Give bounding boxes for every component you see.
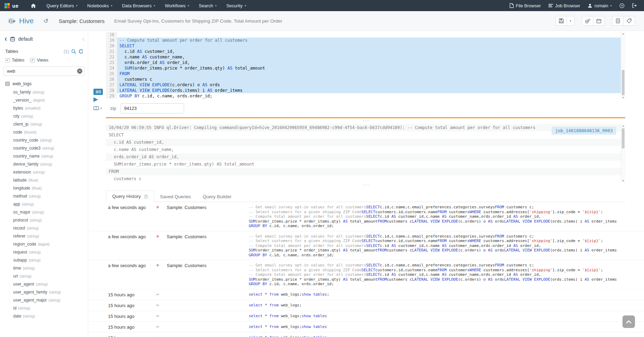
tab-query-history[interactable]: Query History: [106, 191, 154, 202]
checkbox-checked-icon: ✓: [5, 58, 10, 63]
history-row[interactable]: a few seconds ago✈Sample: Customers-- Ge…: [88, 260, 644, 289]
nav-query-editors[interactable]: Query Editors▾: [42, 0, 83, 11]
history-row[interactable]: 15 hours ago✂select * from web_logs;show…: [88, 322, 644, 332]
history-row[interactable]: 15 hours ago✂select * from web_logs;show…: [88, 311, 644, 322]
nav-file-browser[interactable]: File Browser: [506, 0, 545, 11]
back-icon[interactable]: ‹: [5, 35, 7, 42]
nav-job-browser[interactable]: Job Browser: [545, 0, 584, 11]
scroll-down-icon[interactable]: ▼: [621, 96, 625, 99]
history-row[interactable]: 15 hours ago✂select * from web_logs;show…: [88, 332, 644, 337]
column-item[interactable]: referer(string): [0, 232, 88, 240]
history-query-sql: -- Get email survey opt-in values for al…: [249, 205, 637, 228]
column-item[interactable]: request(string): [0, 248, 88, 256]
resize-handle[interactable]: ···: [88, 183, 644, 187]
collapse-panel-icon[interactable]: ‹: [82, 36, 84, 42]
column-item[interactable]: method(string): [0, 192, 88, 200]
code-editor[interactable]: 1819-- Compute total amount per order fo…: [106, 32, 625, 99]
new-document-button[interactable]: [612, 16, 624, 26]
history-row[interactable]: 15 hours ago✂select * from web_logs;show…: [88, 289, 644, 300]
column-type: (string): [23, 266, 35, 271]
nav-search[interactable]: Search▾: [194, 0, 221, 11]
column-item[interactable]: _version_(bigint): [0, 96, 88, 104]
clear-search-icon[interactable]: ×: [77, 69, 82, 74]
column-item[interactable]: id(string): [0, 304, 88, 312]
execute-button[interactable]: ▶: [93, 96, 98, 102]
hue-logo[interactable]: ue: [0, 0, 25, 11]
column-item[interactable]: code(tinyint): [0, 128, 88, 136]
column-item[interactable]: city(string): [0, 112, 88, 120]
database-name[interactable]: default: [18, 36, 33, 42]
scrollbar-thumb[interactable]: [622, 70, 625, 96]
sql-line: -- Compute total amount per order for al…: [249, 243, 637, 248]
scroll-up-icon[interactable]: ▲: [621, 32, 625, 35]
history-row[interactable]: a few seconds ago✈Sample: Customers-- Ge…: [88, 231, 644, 260]
tables-header: Tables (1): [0, 43, 88, 54]
nav-user-menu[interactable]: romain ▾: [584, 0, 616, 11]
chevron-down-icon: ▾: [610, 4, 612, 7]
variables-toggle[interactable]: ▾: [93, 106, 105, 111]
refresh-icon[interactable]: [79, 49, 83, 54]
table-name: web_logs: [13, 81, 32, 86]
settings-button[interactable]: [582, 16, 593, 26]
column-item[interactable]: extension(string): [0, 168, 88, 176]
tab-saved-queries[interactable]: Saved Queries: [154, 191, 197, 202]
scroll-to-top-button[interactable]: [622, 315, 635, 328]
line-number: 21: [106, 49, 117, 54]
column-item[interactable]: device_family(string): [0, 160, 88, 168]
trash-icon[interactable]: [144, 194, 148, 199]
column-item[interactable]: longitude(float): [0, 184, 88, 192]
column-item[interactable]: region_code(bigint): [0, 240, 88, 248]
query-history-icon[interactable]: ↺: [43, 17, 48, 25]
save-options-button[interactable]: ▾: [567, 16, 575, 26]
search-icon[interactable]: [71, 49, 76, 54]
tag-icon: [627, 18, 631, 23]
column-item[interactable]: client_ip(string): [0, 120, 88, 128]
tab-query-builder[interactable]: Query Builder: [197, 191, 238, 202]
nav-home[interactable]: [25, 0, 42, 11]
nav-notebooks[interactable]: Notebooks▾: [82, 0, 117, 11]
column-item[interactable]: url(string): [0, 272, 88, 280]
column-item[interactable]: country_code3(string): [0, 144, 88, 152]
scroll-up-icon[interactable]: ▲: [621, 124, 625, 128]
column-item[interactable]: subapp(string): [0, 256, 88, 264]
job-link[interactable]: job_1461888648136_0003: [552, 127, 616, 135]
column-item[interactable]: latitude(float): [0, 176, 88, 184]
scissors-icon: ✂: [156, 303, 167, 308]
table-item[interactable]: web_logs: [0, 77, 88, 87]
column-item[interactable]: country_code(string): [0, 136, 88, 144]
query-title[interactable]: Sample: Customers: [59, 18, 105, 24]
column-item[interactable]: user_agent_family(string): [0, 288, 88, 296]
help-button[interactable]: ?: [616, 0, 628, 11]
logout-button[interactable]: [628, 0, 641, 11]
statement-counter-badge[interactable]: 3/3: [93, 89, 103, 95]
chevron-down-icon: ▾: [100, 106, 102, 110]
nav-data-browsers[interactable]: Data Browsers▾: [117, 0, 160, 11]
history-row[interactable]: a few seconds ago✈Sample: Customers-- Ge…: [88, 202, 644, 231]
nav-security[interactable]: Security▾: [221, 0, 251, 11]
nav-workflows[interactable]: Workflows▾: [160, 0, 194, 11]
tags-button[interactable]: [624, 16, 635, 26]
scroll-down-icon[interactable]: ▼: [621, 179, 625, 183]
column-item[interactable]: country_name(string): [0, 152, 88, 160]
column-item[interactable]: os_family(string): [0, 88, 88, 96]
column-item[interactable]: record(string): [0, 224, 88, 232]
column-item[interactable]: bytes(smallint): [0, 104, 88, 112]
column-item[interactable]: user_agent_major(string): [0, 296, 88, 304]
resize-handle[interactable]: ···: [88, 119, 644, 123]
column-item[interactable]: os_major(string): [0, 208, 88, 216]
column-item[interactable]: app(string): [0, 200, 88, 208]
column-item[interactable]: time(string): [0, 264, 88, 272]
column-item[interactable]: protocol(string): [0, 216, 88, 224]
save-button[interactable]: [555, 16, 567, 26]
tables-checkbox[interactable]: ✓ Tables: [5, 58, 24, 63]
column-item[interactable]: user_agent(string): [0, 280, 88, 288]
history-row[interactable]: 15 hours ago✂select * from web_logs;: [88, 300, 644, 311]
column-item[interactable]: date(string): [0, 312, 88, 320]
log-scrollbar[interactable]: ▲ ▼: [621, 124, 625, 183]
editor-scrollbar[interactable]: ▲ ▼: [621, 32, 625, 99]
views-checkbox[interactable]: ✓ Views: [30, 58, 48, 63]
table-search-input[interactable]: [3, 66, 84, 76]
schedule-button[interactable]: [593, 16, 605, 26]
variable-input[interactable]: [121, 103, 184, 113]
scrollbar-thumb[interactable]: [622, 128, 625, 149]
